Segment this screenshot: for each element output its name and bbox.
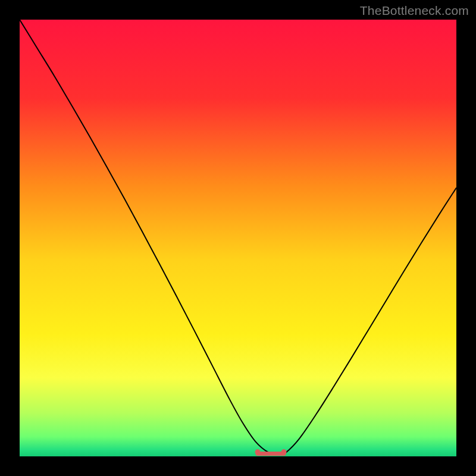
curve-path [20,20,456,455]
plot-area [20,20,456,456]
flat-endpoint-right [281,449,287,455]
watermark-text: TheBottleneck.com [360,4,469,18]
chart-stage: TheBottleneck.com [0,0,476,476]
bottleneck-curve [20,20,456,456]
flat-endpoint-left [255,449,261,455]
